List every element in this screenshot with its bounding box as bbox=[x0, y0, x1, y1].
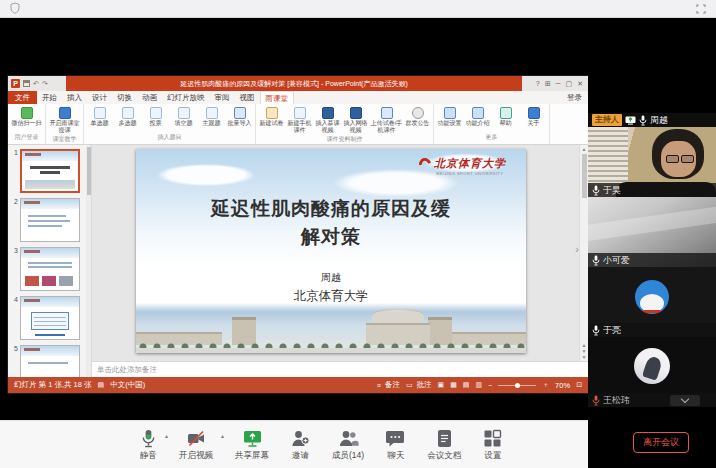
comments-toggle[interactable]: ▭批注 bbox=[406, 380, 432, 390]
collapse-video-list-button[interactable] bbox=[670, 395, 700, 406]
university-logo-swoosh-icon bbox=[417, 156, 434, 173]
chevron-down-icon bbox=[681, 394, 689, 402]
help-button[interactable]: 帮助 bbox=[492, 106, 519, 132]
thumbnail-scrollbar[interactable] bbox=[86, 145, 91, 377]
members-button[interactable]: 成员(14) bbox=[332, 429, 364, 460]
normal-view-icon[interactable]: ▣ bbox=[438, 381, 445, 389]
fit-to-window-icon[interactable]: ⊡ bbox=[576, 381, 582, 389]
about-icon bbox=[528, 107, 540, 119]
mute-button[interactable]: 静音 ▲ bbox=[140, 429, 157, 460]
maximize-icon[interactable]: ▢ bbox=[566, 80, 573, 87]
scroll-down-icon[interactable]: ▼ bbox=[582, 354, 587, 360]
camera-options-caret[interactable]: ▲ bbox=[220, 434, 225, 439]
zoom-in-icon[interactable]: ＋ bbox=[542, 380, 549, 390]
video-tile-yuliang[interactable]: 于亮 bbox=[588, 267, 716, 337]
redo-icon[interactable]: ↷ bbox=[42, 80, 48, 87]
undo-icon[interactable]: ↶ bbox=[33, 80, 39, 87]
multiple-choice-button[interactable]: 多选题 bbox=[114, 106, 141, 132]
mic-icon bbox=[140, 429, 157, 448]
new-mobile-courseware-button[interactable]: 新建手机课件 bbox=[286, 106, 313, 134]
fill-blank-button[interactable]: 填空题 bbox=[170, 106, 197, 132]
feature-intro-button[interactable]: 功能介绍 bbox=[464, 106, 491, 132]
meeting-toolbar: 静音 ▲ 开启视频 ▲ 共享屏幕 邀请 成员(14) 聊天 会议文档 设置 bbox=[0, 420, 588, 468]
notes-toggle[interactable]: ≡备注 bbox=[377, 380, 400, 390]
participant-video-list: 主持人 周越 于昊 小可爱 bbox=[588, 57, 716, 407]
insert-web-video-button[interactable]: 插入网络视频 bbox=[342, 106, 369, 134]
next-chevron-icon[interactable]: › bbox=[575, 244, 579, 255]
camera-button[interactable]: 开启视频 ▲ bbox=[179, 429, 213, 460]
about-button[interactable]: 关于 bbox=[520, 106, 547, 132]
reading-view-icon[interactable]: ▤ bbox=[463, 381, 470, 389]
ribbon-group-label: 课堂教学 bbox=[48, 134, 81, 145]
subjective-button[interactable]: 主观题 bbox=[198, 106, 225, 132]
slideshow-view-icon[interactable]: ▥ bbox=[475, 381, 482, 389]
vote-button[interactable]: 投票 bbox=[142, 106, 169, 132]
ribbon-options-icon[interactable]: ⊞ bbox=[545, 80, 551, 87]
close-icon[interactable]: ✕ bbox=[577, 80, 583, 87]
invite-button[interactable]: 邀请 bbox=[291, 429, 310, 460]
wechat-scan-button[interactable]: 微信扫一扫 bbox=[10, 106, 43, 132]
tab-animations[interactable]: 动画 bbox=[137, 91, 162, 104]
new-exam-button[interactable]: 新建试卷 bbox=[258, 106, 285, 134]
spellcheck-icon[interactable]: ▤ bbox=[98, 381, 105, 389]
login-link[interactable]: 登录 bbox=[567, 91, 588, 104]
video-tile-zhouyue[interactable]: 主持人 周越 bbox=[588, 57, 716, 127]
language-indicator[interactable]: 中文(中国) bbox=[110, 380, 145, 390]
slide-editing-area[interactable]: 北京体育大学 BEIJING SPORT UNIVERSITY 延迟性肌肉酸痛的… bbox=[92, 145, 588, 361]
slide-thumbnail-2[interactable]: 2 bbox=[10, 198, 91, 242]
tab-home[interactable]: 开始 bbox=[37, 91, 62, 104]
tab-slideshow[interactable]: 幻灯片放映 bbox=[162, 91, 210, 104]
leave-meeting-button[interactable]: 离开会议 bbox=[633, 432, 689, 453]
upload-exam-button[interactable]: 上传试卷/手机课件 bbox=[370, 106, 403, 134]
zoom-slider[interactable] bbox=[498, 385, 536, 386]
slide-thumbnail-4[interactable]: 4 bbox=[10, 296, 91, 340]
participant-label: 王松玮 bbox=[588, 393, 716, 407]
zoom-level[interactable]: 70% bbox=[555, 381, 570, 390]
insert-mooc-video-button[interactable]: 插入慕课视频 bbox=[314, 106, 341, 134]
tab-file[interactable]: 文件 bbox=[8, 91, 37, 104]
video-tile-xiaokeai[interactable]: 小可爱 bbox=[588, 197, 716, 267]
notes-pane[interactable]: 单击此处添加备注 bbox=[92, 361, 588, 377]
notes-placeholder: 单击此处添加备注 bbox=[97, 365, 157, 375]
feature-settings-button[interactable]: 功能设置 bbox=[436, 106, 463, 132]
meeting-docs-button[interactable]: 会议文档 bbox=[427, 429, 461, 460]
start-class-button[interactable]: 开启雨课堂授课 bbox=[48, 106, 81, 134]
window-controls: ? ⊞ ─ ▢ ✕ bbox=[522, 76, 588, 91]
scroll-up-icon[interactable]: ▲ bbox=[582, 146, 587, 152]
help-icon[interactable]: ? bbox=[536, 80, 540, 87]
tab-transitions[interactable]: 切换 bbox=[112, 91, 137, 104]
new-exam-icon bbox=[266, 107, 278, 119]
powerpoint-logo-icon[interactable]: P bbox=[11, 79, 20, 88]
ribbon-group-questions: 单选题 多选题 投票 填空题 主观题 批量导入 插入题目 bbox=[84, 104, 256, 144]
save-icon[interactable] bbox=[23, 80, 30, 87]
tab-insert[interactable]: 插入 bbox=[62, 91, 87, 104]
tab-view[interactable]: 视图 bbox=[235, 91, 260, 104]
ribbon-group-more: 功能设置 功能介绍 帮助 关于 更多 bbox=[434, 104, 550, 144]
video-tile-wang[interactable]: 王松玮 bbox=[588, 337, 716, 407]
batch-import-button[interactable]: 批量导入 bbox=[226, 106, 253, 132]
participant-name: 王松玮 bbox=[603, 396, 630, 405]
mic-options-caret[interactable]: ▲ bbox=[164, 434, 169, 439]
video-tile-yuhao[interactable]: 于昊 bbox=[588, 127, 716, 197]
group-announcement-button[interactable]: 群发公告 bbox=[404, 106, 431, 134]
minimize-icon[interactable]: ─ bbox=[556, 80, 561, 87]
zoom-out-icon[interactable]: − bbox=[488, 382, 492, 389]
share-screen-button[interactable]: 共享屏幕 bbox=[235, 429, 269, 460]
tab-rain-classroom[interactable]: 雨课堂 bbox=[260, 91, 295, 104]
tab-design[interactable]: 设计 bbox=[87, 91, 112, 104]
single-choice-button[interactable]: 单选题 bbox=[86, 106, 113, 132]
slide-thumbnail-3[interactable]: 3 bbox=[10, 247, 91, 291]
thumbnail-number: 3 bbox=[10, 247, 18, 291]
slide-scrollbar[interactable]: ▲ ▲ ▼ ▼ bbox=[579, 145, 588, 361]
slide-thumbnail-5[interactable]: 5 bbox=[10, 345, 91, 377]
settings-button[interactable]: 设置 bbox=[483, 429, 502, 460]
tab-spacer bbox=[294, 91, 567, 104]
tab-review[interactable]: 审阅 bbox=[210, 91, 235, 104]
slide-thumbnail-1[interactable]: 1 bbox=[10, 149, 91, 193]
fullscreen-icon[interactable] bbox=[696, 0, 706, 18]
scrollbar-thumb[interactable] bbox=[582, 154, 587, 198]
ribbon: 微信扫一扫 用户登录 开启雨课堂授课 课堂教学 单选题 多选题 投票 填空题 主… bbox=[8, 104, 588, 145]
slide-canvas[interactable]: 北京体育大学 BEIJING SPORT UNIVERSITY 延迟性肌肉酸痛的… bbox=[136, 149, 526, 353]
slide-sorter-view-icon[interactable]: ▦ bbox=[450, 381, 457, 389]
chat-button[interactable]: 聊天 bbox=[386, 429, 405, 460]
